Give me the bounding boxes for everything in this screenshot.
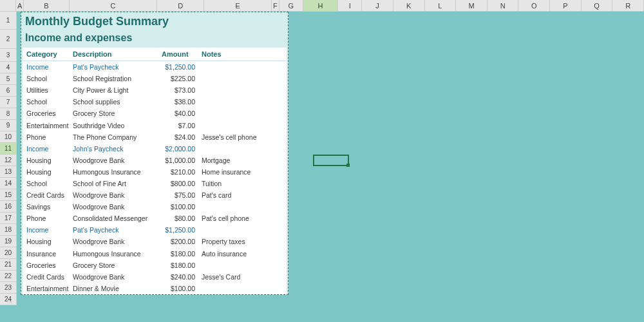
column-header-E[interactable]: E (204, 0, 272, 11)
row-header-11[interactable]: 11 (0, 143, 17, 155)
cell-category[interactable]: Phone (26, 133, 73, 141)
column-header-D[interactable]: D (157, 0, 204, 11)
cell-category[interactable]: School (26, 75, 73, 82)
cell-description[interactable]: Woodgrove Bank (73, 273, 162, 281)
row-header-22[interactable]: 22 (0, 270, 17, 282)
row-header-7[interactable]: 7 (0, 97, 17, 108)
column-header-M[interactable]: M (456, 0, 488, 11)
table-row[interactable]: HousingWoodgrove Bank$1,000.00Mortgage (23, 155, 287, 166)
row-header-9[interactable]: 9 (0, 120, 17, 131)
column-header-B[interactable]: B (24, 0, 70, 11)
column-header-G[interactable]: G (279, 0, 303, 11)
cell-amount[interactable]: $240.00 (162, 273, 202, 281)
cell-amount[interactable]: $800.00 (162, 180, 202, 187)
column-header-I[interactable]: I (338, 0, 362, 11)
cell-amount[interactable]: $38.00 (162, 98, 202, 106)
row-header-20[interactable]: 20 (0, 247, 17, 259)
column-header-F[interactable]: F (272, 0, 279, 11)
row-header-13[interactable]: 13 (0, 166, 17, 178)
cell-description[interactable]: Woodgrove Bank (73, 203, 162, 211)
row-header-17[interactable]: 17 (0, 213, 17, 224)
cell-notes[interactable]: Tuition (202, 180, 283, 187)
row-header-12[interactable]: 12 (0, 155, 17, 166)
grid-area[interactable]: Monthly Budget Summary Income and expens… (17, 12, 644, 322)
table-row[interactable]: HousingWoodgrove Bank$200.00Property tax… (23, 236, 287, 247)
row-header-10[interactable]: 10 (0, 131, 17, 143)
cell-description[interactable]: Woodgrove Bank (73, 238, 162, 245)
cell-notes[interactable]: Jesse's Card (202, 273, 283, 281)
table-row[interactable]: HousingHumongous Insurance$210.00Home in… (23, 166, 287, 178)
table-row[interactable]: SchoolSchool Registration$225.00 (23, 73, 287, 84)
table-row[interactable]: SchoolSchool supplies$38.00 (23, 96, 287, 108)
column-header-J[interactable]: J (362, 0, 393, 11)
row-header-6[interactable]: 6 (0, 85, 17, 97)
cell-category[interactable]: Housing (26, 168, 73, 176)
column-header-P[interactable]: P (550, 0, 582, 11)
row-header-21[interactable]: 21 (0, 259, 17, 270)
cell-amount[interactable]: $100.00 (162, 203, 202, 211)
cell-description[interactable]: School Registration (73, 75, 162, 82)
row-header-14[interactable]: 14 (0, 178, 17, 189)
row-header-15[interactable]: 15 (0, 189, 17, 201)
column-header-H[interactable]: H (303, 0, 338, 11)
table-row[interactable]: UtilitiesCity Power & Light$73.00 (23, 84, 287, 96)
cell-category[interactable]: Entertainment (26, 285, 73, 292)
cell-description[interactable]: Pat's Paycheck (73, 63, 162, 71)
table-row[interactable]: SavingsWoodgrove Bank$100.00 (23, 201, 287, 213)
row-header-5[interactable]: 5 (0, 73, 17, 85)
column-header-R[interactable]: R (612, 0, 644, 11)
cell-category[interactable]: School (26, 98, 73, 106)
cell-amount[interactable]: $1,250.00 (162, 63, 202, 71)
cell-category[interactable]: Income (26, 63, 73, 71)
cell-category[interactable]: Groceries (26, 109, 73, 117)
cell-category[interactable]: Income (26, 145, 73, 153)
cell-category[interactable]: Phone (26, 214, 73, 222)
cell-category[interactable]: Insurance (26, 250, 73, 258)
cell-category[interactable]: Credit Cards (26, 273, 73, 281)
cell-description[interactable]: Grocery Store (73, 261, 162, 269)
cell-description[interactable]: The Phone Company (73, 133, 162, 141)
cell-amount[interactable]: $200.00 (162, 238, 202, 245)
cell-description[interactable]: City Power & Light (73, 86, 162, 94)
row-header-4[interactable]: 4 (0, 62, 17, 73)
cell-notes[interactable]: Home insurance (202, 168, 283, 176)
cell-description[interactable]: Grocery Store (73, 109, 162, 117)
cell-category[interactable]: Housing (26, 156, 73, 164)
cell-description[interactable]: Woodgrove Bank (73, 191, 162, 199)
cell-notes[interactable]: Property taxes (202, 238, 283, 245)
cell-category[interactable]: Groceries (26, 261, 73, 269)
row-header-2[interactable]: 2 (0, 30, 17, 49)
cell-description[interactable]: Humongous Insurance (73, 250, 162, 258)
cell-category[interactable]: Utilities (26, 86, 73, 94)
cell-amount[interactable]: $180.00 (162, 250, 202, 258)
row-header-19[interactable]: 19 (0, 236, 17, 247)
table-row[interactable]: GroceriesGrocery Store$40.00 (23, 108, 287, 119)
column-header-K[interactable]: K (393, 0, 425, 11)
cell-amount[interactable]: $7.00 (162, 122, 202, 129)
row-header-8[interactable]: 8 (0, 108, 17, 120)
cell-category[interactable]: Credit Cards (26, 191, 73, 199)
cell-description[interactable]: Pat's Paycheck (73, 226, 162, 234)
cell-notes[interactable]: Jesse's cell phone (202, 133, 283, 141)
cell-amount[interactable]: $210.00 (162, 168, 202, 176)
column-header-A[interactable]: A (16, 0, 24, 11)
cell-notes[interactable]: Mortgage (202, 156, 283, 164)
cell-amount[interactable]: $1,000.00 (162, 156, 202, 164)
cell-amount[interactable]: $180.00 (162, 261, 202, 269)
cell-description[interactable]: John's Paycheck (73, 145, 162, 153)
cell-notes[interactable]: Auto insurance (202, 250, 283, 258)
table-row[interactable]: EntertainmentDinner & Movie$100.00 (23, 283, 287, 294)
table-row[interactable]: Credit CardsWoodgrove Bank$75.00Pat's ca… (23, 189, 287, 201)
table-row[interactable]: EntertainmentSouthridge Video$7.00 (23, 119, 287, 131)
table-row[interactable]: Credit CardsWoodgrove Bank$240.00Jesse's… (23, 271, 287, 283)
column-header-Q[interactable]: Q (582, 0, 613, 11)
cell-amount[interactable]: $2,000.00 (162, 145, 202, 153)
table-row[interactable]: IncomeJohn's Paycheck$2,000.00 (23, 143, 287, 155)
cell-description[interactable]: Southridge Video (73, 122, 162, 129)
cell-category[interactable]: Savings (26, 203, 73, 211)
cell-amount[interactable]: $75.00 (162, 191, 202, 199)
column-header-O[interactable]: O (518, 0, 550, 11)
cell-amount[interactable]: $73.00 (162, 86, 202, 94)
cell-category[interactable]: Entertainment (26, 122, 73, 129)
cell-description[interactable]: School supplies (73, 98, 162, 106)
